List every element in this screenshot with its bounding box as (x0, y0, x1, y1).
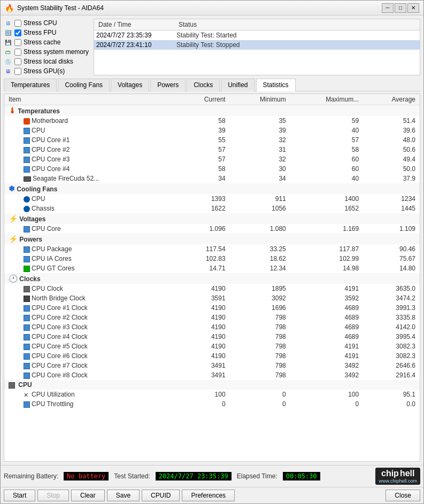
item-core4-clock: CPU Core #4 Clock (4, 332, 178, 342)
table-row: CPU Package 117.5433.25117.8790.46 (4, 244, 420, 254)
tab-cooling-fans[interactable]: Cooling Fans (58, 79, 110, 91)
elapsed-label: Elapsed Time: (237, 472, 277, 480)
item-core3-clock: CPU Core #3 Clock (4, 322, 178, 332)
stress-fpu-checkbox[interactable] (14, 29, 21, 36)
battery-label: Remaining Battery: (4, 472, 58, 480)
log-row-1: 2024/7/27 23:35:39 Stability Test: Start… (94, 30, 420, 40)
button-bar: Start Stop Clear Save CPUID Preferences … (1, 487, 423, 503)
maximize-button[interactable]: □ (395, 3, 406, 13)
section-voltages: ⚡ Voltages (4, 213, 420, 224)
stress-fpu-item[interactable]: 🔢 Stress FPU (4, 28, 89, 37)
log-header: Date / Time Status (94, 19, 420, 30)
tab-clocks[interactable]: Clocks (187, 79, 220, 91)
item-core8-clock: CPU Core #8 Clock (4, 370, 178, 380)
item-core7-clock: CPU Core #7 Clock (4, 361, 178, 370)
stress-cpu-checkbox[interactable] (14, 20, 21, 27)
item-cpu-gt-cores: CPU GT Cores (4, 263, 178, 273)
tab-voltages[interactable]: Voltages (111, 79, 149, 91)
table-row: CPU Core #4 Clock 419079846893995.4 (4, 332, 420, 342)
item-core1-clock: CPU Core #1 Clock (4, 303, 178, 313)
tab-statistics[interactable]: Statistics (256, 79, 296, 91)
cpuid-button[interactable]: CPUID (142, 490, 180, 501)
table-row: CPU Core #7 Clock 349179834922646.6 (4, 361, 420, 370)
stress-disks-item[interactable]: 💿 Stress local disks (4, 57, 89, 66)
tab-temperatures[interactable]: Temperatures (4, 79, 57, 91)
clear-button[interactable]: Clear (71, 490, 105, 501)
stop-button[interactable]: Stop (37, 490, 69, 501)
log-header-datetime: Date / Time (96, 20, 176, 29)
col-minimum: Minimum (230, 94, 290, 105)
data-table: Item Current Minimum Maximum... Average … (4, 94, 420, 409)
section-cooling-fans: ❄ Cooling Fans (4, 183, 420, 194)
stress-cpu-item[interactable]: 🖥 Stress CPU (4, 19, 89, 27)
table-row: CPU Core #1 Clock 4190169646893991.3 (4, 303, 420, 313)
close-button[interactable]: ✕ (407, 3, 419, 13)
val-mb-avg: 51.4 (363, 116, 420, 126)
table-row: CPU Core #4 58306050.0 (4, 164, 420, 174)
stress-cpu-label: Stress CPU (24, 19, 57, 27)
start-button[interactable]: Start (4, 490, 35, 501)
val-cpu-temp-min: 39 (230, 126, 290, 135)
table-row: CPU 39 39 40 39.6 (4, 126, 420, 135)
stress-cache-item[interactable]: 💾 Stress cache (4, 38, 89, 46)
test-started-label: Test Started: (114, 472, 150, 480)
section-temperatures: 🌡 Temperatures (4, 105, 420, 117)
window-title: System Stability Test - AIDA64 (17, 4, 104, 12)
item-cpu-clock: CPU Clock (4, 284, 178, 293)
table-row: CPU Core #3 Clock 419079846894142.0 (4, 322, 420, 332)
data-table-container[interactable]: Item Current Minimum Maximum... Average … (4, 94, 420, 462)
table-row: CPU Core #8 Clock 349179834922916.4 (4, 370, 420, 380)
tab-powers[interactable]: Powers (150, 79, 186, 91)
checkboxes-panel: 🖥 Stress CPU 🔢 Stress FPU 💾 Stress cache… (4, 19, 89, 75)
table-row: CPU GT Cores 14.7112.3414.9814.80 (4, 263, 420, 273)
tab-unified[interactable]: Unified (221, 79, 255, 91)
table-row: CPU Throttling 0000.0 (4, 399, 420, 409)
val-cpu-temp-avg: 39.6 (363, 126, 420, 135)
item-nb-clock: North Bridge Clock (4, 293, 178, 303)
window-controls: ─ □ ✕ (382, 3, 419, 13)
main-window: 🔥 System Stability Test - AIDA64 ─ □ ✕ 🖥… (0, 0, 424, 504)
table-row: CPU IA Cores 102.8318.62102.9975.67 (4, 254, 420, 263)
item-cpu-ia-cores: CPU IA Cores (4, 254, 178, 263)
log-datetime-1: 2024/7/27 23:35:39 (96, 32, 176, 39)
table-row: Motherboard 58 35 59 51.4 (4, 116, 420, 126)
table-row: CPU Core #3 57326049.4 (4, 154, 420, 164)
stress-cache-label: Stress cache (24, 38, 60, 46)
app-icon: 🔥 (5, 4, 14, 12)
item-cpu-fan: CPU (4, 194, 178, 204)
save-button[interactable]: Save (107, 490, 140, 501)
test-started-value: 2024/7/27 23:35:39 (156, 472, 232, 480)
col-average: Average (363, 94, 420, 105)
minimize-button[interactable]: ─ (382, 3, 394, 13)
main-content: 🖥 Stress CPU 🔢 Stress FPU 💾 Stress cache… (1, 15, 423, 465)
val-mb-min: 35 (230, 116, 290, 126)
stress-gpu-checkbox[interactable] (14, 68, 21, 75)
title-bar: 🔥 System Stability Test - AIDA64 ─ □ ✕ (1, 1, 423, 15)
col-item: Item (4, 94, 178, 105)
stress-cache-checkbox[interactable] (14, 39, 21, 46)
item-cpu-core1-temp: CPU Core #1 (4, 135, 178, 145)
item-cpu-core3-temp: CPU Core #3 (4, 154, 178, 164)
table-row: Seagate FireCuda 52... 34344037.9 (4, 174, 420, 183)
item-cpu-package: CPU Package (4, 244, 178, 254)
elapsed-value: 00:05:30 (283, 472, 320, 480)
item-cpu-core4-temp: CPU Core #4 (4, 164, 178, 174)
stress-memory-label: Stress system memory (24, 48, 89, 56)
log-status-1: Stability Test: Started (176, 32, 237, 39)
stress-memory-item[interactable]: 🗃 Stress system memory (4, 48, 89, 56)
item-motherboard: Motherboard (4, 116, 178, 126)
disk-icon: 💿 (4, 57, 12, 66)
preferences-button[interactable]: Preferences (182, 490, 235, 501)
stress-memory-checkbox[interactable] (14, 49, 21, 56)
col-current: Current (178, 94, 230, 105)
item-cpu-temp: CPU (4, 126, 178, 135)
stress-disks-checkbox[interactable] (14, 58, 21, 65)
stress-gpu-item[interactable]: 🖥 Stress GPU(s) (4, 67, 89, 75)
table-row: CPU Core #6 Clock 419079841913082.3 (4, 351, 420, 361)
stress-disks-label: Stress local disks (24, 58, 73, 65)
section-clocks: 🕐 Clocks (4, 273, 420, 284)
log-status-2: Stability Test: Stopped (176, 41, 240, 49)
close-window-button[interactable]: Close (386, 490, 420, 501)
battery-value: No battery (64, 472, 109, 480)
title-bar-left: 🔥 System Stability Test - AIDA64 (5, 4, 104, 12)
